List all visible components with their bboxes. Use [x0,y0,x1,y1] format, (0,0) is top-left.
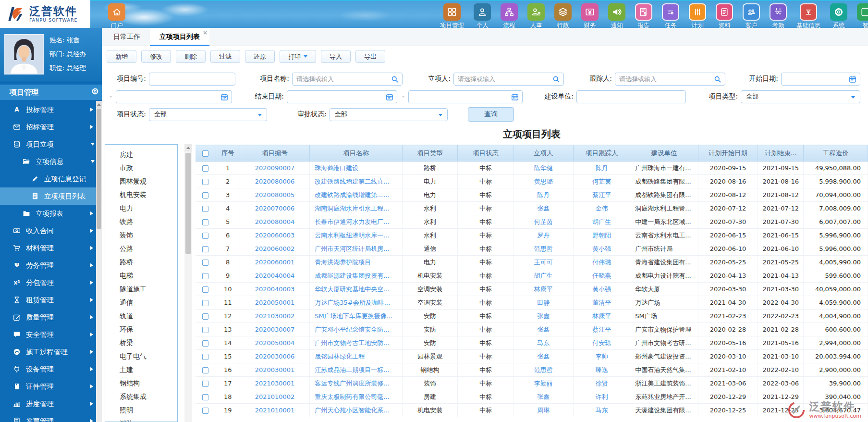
cell-person[interactable]: 范思哲 [513,363,573,377]
search-icon[interactable] [714,75,721,83]
cell-code[interactable]: 2020070006 [240,202,309,215]
sidebar-item-劳务管理[interactable]: Ψ 劳务管理 [0,257,102,274]
nav-item-report[interactable]: 报告 [635,3,652,30]
cell-tracker[interactable]: 李帅 [573,350,630,363]
cell-name[interactable]: 江苏成品油二期项目一标... [310,363,403,377]
nav-item-person[interactable]: 个人 [474,3,491,30]
sidebar-item-发票管理[interactable]: 发票管理 [0,412,102,422]
sidebar-item-立项报表[interactable]: 立项报表 [0,205,102,222]
tab-close-icon[interactable]: × [203,30,208,36]
cell-code[interactable]: 2020090007 [240,161,309,175]
column-header-项目名称[interactable]: 项目名称 [310,145,403,161]
column-header-计划结束...[interactable]: 计划结束... [758,145,804,161]
cell-tracker[interactable]: 蔡江平 [573,188,630,202]
table-row[interactable]: 162020030001江苏成品油二期项目一标...钢结构中标范思哲臻逸中国石油… [196,363,868,377]
cell-tracker[interactable]: 金伟 [573,202,630,215]
toolbar-button-删除[interactable]: 删除 [176,50,206,63]
toolbar-button-修改[interactable]: 修改 [141,50,171,63]
cell-code[interactable]: 2020080005 [240,188,309,202]
sidebar-item-立项信息[interactable]: 立项信息 [0,153,102,170]
cell-person[interactable]: 范思哲 [513,242,573,256]
scroll-up-icon[interactable] [96,101,102,108]
cell-name[interactable]: 万达广场35#会所及咖啡... [310,296,403,310]
row-checkbox[interactable] [202,300,208,306]
cell-name[interactable]: 青海洪湖养护院项目 [310,256,403,269]
cell-name[interactable]: 广州天心苑小区智能化系... [310,404,403,417]
row-checkbox[interactable] [202,273,208,279]
table-row[interactable]: 172021030001客运专线广州调度所装修...装饰中标李勤丽徐贤浙江美工建… [196,377,868,390]
table-row[interactable]: 42020070006湖南洞庭湖水库引水工程...水利中标张鑫金伟洞庭湖水利工程… [196,202,868,215]
cell-tracker[interactable]: 何芷茵 [573,175,630,188]
cell-code[interactable]: 2021030002 [240,310,309,323]
cell-person[interactable]: 张鑫 [513,202,573,215]
nav-item-layers[interactable]: 行政 [554,3,572,30]
sidebar-settings-gear-icon[interactable] [91,87,99,97]
category-item-铁路[interactable]: 铁路 [105,215,177,228]
cell-tracker[interactable]: 臻逸 [573,363,630,377]
category-item-路桥[interactable]: 路桥 [105,255,177,269]
column-header-项目状态[interactable]: 项目状态 [458,145,513,161]
cell-person[interactable]: 胡广生 [513,269,573,283]
row-checkbox[interactable] [202,179,208,185]
row-checkbox[interactable] [202,367,208,373]
cell-name[interactable]: 长春市伊通河水力发电厂... [310,215,403,229]
sidebar-item-立项信息登记[interactable]: 立项信息登记 [0,170,102,187]
category-item-机电安装[interactable]: 机电安装 [105,188,177,201]
column-header-工程造价[interactable]: 工程造价 [804,145,868,161]
table-row[interactable]: 132020030007广安邓小平纪念馆安全防...安防中标张鑫蔡江平广安市文物… [196,323,868,336]
cell-code[interactable]: 2020060001 [240,256,309,269]
cell-tracker[interactable]: 许利 [573,390,630,404]
category-item-市政[interactable]: 市政 [105,161,177,174]
approval-status-select[interactable]: 全部 [330,108,448,121]
search-icon[interactable] [552,75,560,83]
end-date-input[interactable] [287,90,397,103]
sidebar-item-租赁管理[interactable]: 租赁管理 [0,291,102,309]
cell-code[interactable]: 2021030001 [240,377,309,390]
cell-name[interactable]: 广州市天河区统计局机房... [310,242,403,256]
nav-item-sliders[interactable]: 计划 [689,3,706,30]
row-checkbox[interactable] [202,219,208,225]
cell-tracker[interactable]: 胡广生 [573,215,630,229]
nav-item-yen-note[interactable]: 财务 [581,3,599,30]
cell-tracker[interactable]: 黄小强 [573,242,630,256]
table-row[interactable]: 72020060002广州市天河区统计局机房...通信中标范思哲黄小强广州市统计… [196,242,868,256]
tracker-input[interactable] [615,73,725,85]
category-item-通信[interactable]: 通信 [105,296,177,309]
column-header-立项人[interactable]: 立项人 [513,145,573,161]
cell-name[interactable]: 客运专线广州调度所装修... [310,377,403,390]
table-row[interactable]: 122021030002SM广场地下车库更换摄像...安防中标张鑫林康平SM广场… [196,310,868,323]
sidebar-item-投标管理[interactable]: A 投标管理 [0,101,102,118]
nav-item-customers[interactable]: 客户 [743,3,760,30]
sidebar-item-分包管理[interactable]: x² 分包管理 [0,274,102,291]
column-header-项目类型[interactable]: 项目类型 [402,145,457,161]
cell-name[interactable]: 成都能源建设集团投资有... [310,269,403,283]
cell-tracker[interactable]: 马东 [573,404,630,417]
table-scrollbar[interactable] [184,144,192,422]
table-row[interactable]: 52020080004长春市伊通河水力发电厂...水利中标何芷茵胡广生中建一局东… [196,215,868,229]
row-checkbox[interactable] [202,408,208,414]
cell-person[interactable]: 王可可 [513,256,573,269]
cell-name[interactable]: 广安邓小平纪念馆安全防... [310,323,403,336]
cell-code[interactable]: 2020080006 [240,175,309,188]
project-name-input[interactable] [293,73,402,85]
cell-name[interactable]: 改建铁路线增建第二线直... [310,175,403,188]
nav-item-calendar[interactable]: 考勤 [770,3,787,30]
table-row[interactable]: 102020040003华软大厦研究基地中央空...空调安装中标林康平黄小强华软… [196,283,868,296]
cell-person[interactable]: 张鑫 [513,323,573,336]
category-item-消防[interactable]: 消防 [105,417,177,422]
row-checkbox[interactable] [202,233,208,239]
tab-project-list[interactable]: 立项项目列表 × [150,28,209,46]
cell-tracker[interactable]: 野朝阳 [573,229,630,242]
cell-tracker[interactable]: 任晓燕 [573,269,630,283]
table-row[interactable]: 152020030006晟铭园林绿化工程园林景观中标张鑫李帅郑州豪气建设投资..… [196,350,868,363]
cell-person[interactable]: 林康平 [513,283,573,296]
nav-item-hr-person[interactable]: 人事 [527,3,545,30]
calendar-icon[interactable] [386,93,393,101]
category-item-桥梁[interactable]: 桥梁 [105,336,177,349]
table-row[interactable]: 142020050004广州市文物考古工地安防...安防中标马东付安琼广州市文物… [196,336,868,350]
cell-person[interactable]: 张鑫 [513,310,573,323]
column-header-序号[interactable]: 序号 [216,145,240,161]
row-checkbox[interactable] [202,246,208,252]
nav-item-portal[interactable]: 门户 [108,3,125,30]
creator-input[interactable] [454,73,563,85]
